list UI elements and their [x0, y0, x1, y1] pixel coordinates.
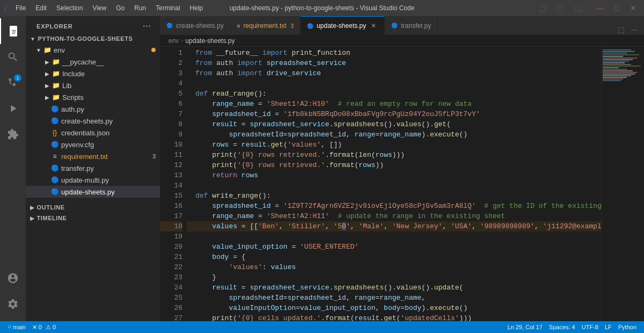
- tree-item-updatesheets[interactable]: 🔵 update-sheets.py: [26, 186, 160, 198]
- tree-label-pycache: __pycache__: [62, 58, 160, 66]
- project-root[interactable]: ▼ PYTHON-TO-GOOGLE-SHEETS: [26, 33, 160, 44]
- breadcrumb-file[interactable]: update-sheets.py: [185, 37, 235, 45]
- menu-run[interactable]: Run: [130, 3, 150, 13]
- tree-item-createsheets[interactable]: 🔵 create-sheets.py: [26, 115, 160, 127]
- outline-section[interactable]: ▶ OUTLINE: [26, 202, 160, 213]
- menu-selection[interactable]: Selection: [52, 3, 87, 13]
- error-count: 0: [39, 324, 42, 330]
- menu-help[interactable]: Help: [186, 3, 208, 13]
- code-content[interactable]: from __future__ import print_function fr…: [187, 47, 601, 321]
- menu-items: File Edit Selection View Go Run Terminal…: [11, 3, 207, 13]
- activity-run[interactable]: [0, 96, 26, 121]
- warning-count: 0: [53, 324, 56, 330]
- tab-update-sheets[interactable]: 🔵 update-sheets.py ✕: [301, 16, 385, 35]
- tab-bar-actions: ⬚ ···: [616, 24, 644, 35]
- layout-icon[interactable]: ⬚: [536, 4, 550, 12]
- file-icon-pyvenvcfg: 🔵: [50, 140, 59, 149]
- minimap: [601, 47, 644, 321]
- tree-item-pyvenvcfg[interactable]: 🔵 pyvenv.cfg: [26, 139, 160, 150]
- split-editor-button[interactable]: ⬚: [616, 24, 627, 35]
- status-errors[interactable]: ✕ 0 ⚠ 0: [29, 321, 59, 333]
- file-icon-transferpy: 🔵: [50, 164, 59, 172]
- folder-arrow-include: ▶: [43, 69, 52, 78]
- title-bar: 〈 File Edit Selection View Go Run Termin…: [0, 0, 644, 16]
- close-button[interactable]: ✕: [627, 4, 640, 12]
- window-controls: ⬚ ⬚ ⬚ — □ ✕: [536, 4, 640, 12]
- activity-explorer[interactable]: [0, 18, 26, 44]
- requirement-badge: 3: [152, 153, 156, 160]
- tab-close-update-sheets[interactable]: ✕: [369, 21, 378, 30]
- tree-item-pycache[interactable]: ▶ 📁 __pycache__: [26, 56, 160, 68]
- tree-item-authpy[interactable]: 🔵 auth.py: [26, 103, 160, 115]
- activity-account[interactable]: [0, 265, 26, 291]
- tree-label-scripts: Scripts: [62, 93, 160, 102]
- tab-badge-requirement: 3: [291, 23, 294, 29]
- menu-file[interactable]: File: [11, 3, 30, 13]
- folder-icon-env: 📁: [43, 46, 52, 54]
- file-icon-credentials: {}: [50, 128, 59, 137]
- status-spaces[interactable]: Spaces: 4: [546, 324, 579, 330]
- menu-edit[interactable]: Edit: [31, 3, 51, 13]
- file-icon-updatesheets: 🔵: [50, 187, 59, 196]
- line-numbers: 12345 678910 1112131415 1617181920 21222…: [160, 47, 187, 321]
- panels-icon[interactable]: ⬚: [572, 4, 585, 12]
- tab-icon-create-sheets: 🔵: [166, 23, 173, 28]
- tab-transfer[interactable]: 🔵 transfer.py: [385, 16, 438, 35]
- status-cursor[interactable]: Ln 29, Col 17: [504, 324, 545, 330]
- breadcrumb: env › update-sheets.py: [160, 35, 644, 47]
- menu-view[interactable]: View: [88, 3, 111, 13]
- status-language[interactable]: Python: [615, 324, 640, 330]
- minimize-button[interactable]: —: [594, 4, 608, 12]
- tree-item-lib[interactable]: ▶ 📁 Lib: [26, 79, 160, 91]
- activity-source-control[interactable]: 1: [0, 70, 26, 96]
- tree-item-scripts[interactable]: ▶ 📁 Scripts: [26, 91, 160, 103]
- folder-icon-pycache: 📁: [52, 57, 60, 66]
- tree-label-env: env: [54, 46, 151, 54]
- outline-label: OUTLINE: [37, 204, 65, 211]
- menu-go[interactable]: Go: [112, 3, 129, 13]
- project-name: PYTHON-TO-GOOGLE-SHEETS: [38, 35, 133, 42]
- window-title: update-sheets.py - python-to-google-shee…: [230, 4, 415, 12]
- breadcrumb-env[interactable]: env: [169, 37, 179, 45]
- tab-requirement[interactable]: ≡ requirement.txt 3: [231, 16, 301, 35]
- tree-item-transferpy[interactable]: 🔵 transfer.py: [26, 162, 160, 174]
- tree-item-requirement[interactable]: ≡ requirement.txt 3: [26, 150, 160, 162]
- tab-label-requirement: requirement.txt: [244, 22, 287, 30]
- tree-item-credentials[interactable]: {} credentials.json: [26, 127, 160, 139]
- split-icon[interactable]: ⬚: [554, 4, 567, 12]
- branch-name: main: [13, 324, 26, 330]
- error-icon: ✕: [32, 324, 37, 331]
- timeline-section[interactable]: ▶ TIMELINE: [26, 213, 160, 223]
- code-editor[interactable]: 12345 678910 1112131415 1617181920 21222…: [160, 47, 644, 321]
- file-icon-authpy: 🔵: [50, 105, 59, 113]
- branch-icon: ⑂: [8, 324, 11, 330]
- main-layout: 1 EXPLORER ··· ▼ PYTHON-TO-GOOGLE-SHEE: [0, 16, 644, 321]
- activity-settings[interactable]: [0, 291, 26, 317]
- tree-item-updatemulti[interactable]: 🔵 update-multi.py: [26, 174, 160, 186]
- sidebar-header: EXPLORER ···: [26, 16, 160, 33]
- tab-icon-update-sheets: 🔵: [307, 23, 313, 29]
- cursor-position: Ln 29, Col 17: [507, 324, 542, 330]
- tree-item-env[interactable]: ▼ 📁 env: [26, 44, 160, 56]
- folder-icon-include: 📁: [52, 69, 60, 78]
- tab-label-create-sheets: create-sheets.py: [176, 22, 224, 30]
- tree-label-include: Include: [62, 70, 160, 78]
- more-actions-button[interactable]: ···: [629, 24, 640, 35]
- arrow-indicator: [26, 190, 31, 216]
- vscode-icon: 〈: [4, 4, 7, 13]
- tree-label-lib: Lib: [62, 82, 160, 90]
- sidebar-sections: ▶ OUTLINE ▶ TIMELINE: [26, 202, 160, 223]
- activity-search[interactable]: [0, 44, 26, 70]
- status-encoding[interactable]: UTF-8: [579, 324, 602, 330]
- file-icon-createsheets: 🔵: [50, 117, 59, 125]
- tree-item-include[interactable]: ▶ 📁 Include: [26, 68, 160, 79]
- tab-create-sheets[interactable]: 🔵 create-sheets.py: [160, 16, 231, 35]
- maximize-button[interactable]: □: [612, 4, 623, 12]
- status-branch[interactable]: ⑂ main: [4, 321, 29, 333]
- status-line-endings[interactable]: LF: [602, 324, 615, 330]
- tab-label-transfer: transfer.py: [401, 22, 431, 30]
- menu-terminal[interactable]: Terminal: [151, 3, 184, 13]
- language-label: Python: [618, 324, 636, 330]
- sidebar-menu-button[interactable]: ···: [143, 21, 151, 31]
- activity-extensions[interactable]: [0, 121, 26, 147]
